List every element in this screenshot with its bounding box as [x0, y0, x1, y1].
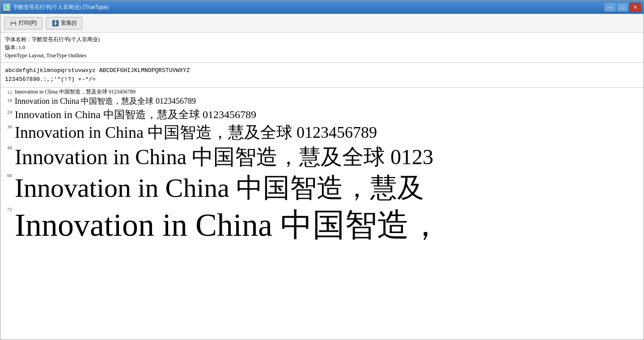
sample-row: 60Innovation in China 中国智造，慧及: [0, 171, 644, 205]
font-size-label: 72: [2, 206, 15, 212]
sample-text: Innovation in China 中国智造，慧及: [15, 172, 424, 204]
print-button[interactable]: 打印(P): [4, 17, 42, 30]
sample-text: Innovation in China 中国智造，: [15, 206, 441, 244]
svg-text:A: A: [5, 6, 7, 8]
sample-row: 18Innovation in China 中国智造，慧及全球 01234567…: [0, 96, 644, 107]
font-size-label: 12: [2, 89, 15, 95]
sample-text: Innovation in China 中国智造，慧及全球 0123456789: [15, 89, 136, 95]
font-size-label: 18: [2, 97, 15, 103]
char-preview-line1: abcdefghijklmnopqrstuvwxyz ABCDEFGHIJKLM…: [5, 66, 639, 75]
char-preview-line2: 1234567890.:,;'"(!?) +-*/=: [5, 75, 639, 84]
char-preview: abcdefghijklmnopqrstuvwxyz ABCDEFGHIJKLM…: [0, 63, 644, 88]
print-label: 打印(P): [19, 19, 37, 27]
sample-row: 72Innovation in China 中国智造，: [0, 205, 644, 245]
install-icon: ✓: [52, 20, 59, 27]
font-version-line: 版本: 1.0: [5, 43, 639, 51]
font-info: 字体名称：字酷堂苍石行书(个人非商业) 版本: 1.0 OpenType Lay…: [0, 33, 644, 63]
print-icon: [10, 20, 17, 27]
svg-point-5: [15, 22, 16, 23]
sample-area[interactable]: 12Innovation in China 中国智造，慧及全球 01234567…: [0, 88, 644, 340]
font-size-label: 24: [2, 108, 15, 115]
title-bar-left: A 字酷堂苍石行书(个人非商业) (TrueType): [3, 4, 109, 11]
install-label: 安装(I): [61, 19, 76, 27]
toolbar: 打印(P) ✓ 安装(I): [0, 14, 644, 33]
font-preview-window: A 字酷堂苍石行书(个人非商业) (TrueType) — □ ✕ 打印(P): [0, 0, 644, 340]
font-name-line: 字体名称：字酷堂苍石行书(个人非商业): [5, 35, 639, 43]
window-icon: A: [3, 4, 10, 11]
font-size-label: 36: [2, 123, 15, 129]
sample-row: 36Innovation in China 中国智造，慧及全球 01234567…: [0, 122, 644, 143]
minimize-button[interactable]: —: [604, 3, 616, 12]
sample-row: 48Innovation in China 中国智造，慧及全球 0123: [0, 143, 644, 171]
close-button[interactable]: ✕: [629, 3, 641, 12]
title-bar: A 字酷堂苍石行书(个人非商业) (TrueType) — □ ✕: [0, 0, 644, 14]
maximize-button[interactable]: □: [617, 3, 628, 12]
sample-row: 24Innovation in China 中国智造，慧及全球 01234567…: [0, 107, 644, 122]
sample-row: 12Innovation in China 中国智造，慧及全球 01234567…: [0, 88, 644, 96]
install-button[interactable]: ✓ 安装(I): [46, 17, 82, 30]
font-type-line: OpenType Layout, TrueType Outlines: [5, 51, 639, 60]
sample-text: Innovation in China 中国智造，慧及全球 0123456789: [15, 123, 377, 142]
sample-text: Innovation in China 中国智造，慧及全球 0123456789: [15, 108, 256, 121]
svg-rect-3: [12, 20, 15, 22]
title-controls: — □ ✕: [604, 3, 641, 12]
svg-rect-4: [12, 24, 15, 26]
font-size-label: 60: [2, 172, 15, 178]
window-title: 字酷堂苍石行书(个人非商业) (TrueType): [13, 4, 109, 11]
font-size-label: 48: [2, 144, 15, 150]
sample-text: Innovation in China 中国智造，慧及全球 0123456789: [15, 97, 196, 106]
sample-text: Innovation in China 中国智造，慧及全球 0123: [15, 144, 433, 170]
